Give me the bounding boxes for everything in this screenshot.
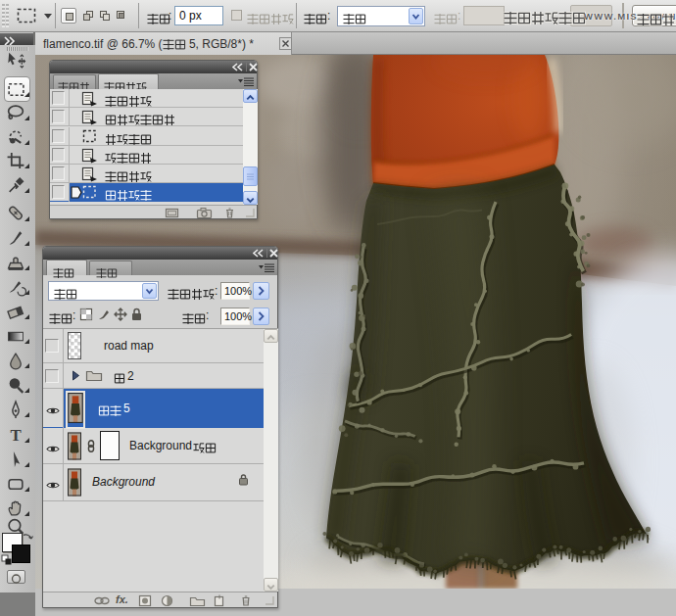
svg-text:T: T (10, 426, 21, 445)
